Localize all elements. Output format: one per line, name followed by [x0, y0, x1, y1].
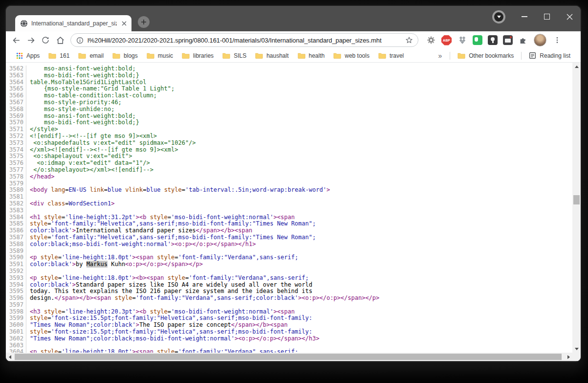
line-number: 3582 [6, 201, 26, 207]
bookmark-folder[interactable]: blogs [108, 50, 142, 61]
maximize-button[interactable] [536, 6, 558, 27]
folder-icon [182, 52, 190, 59]
bookmark-folder[interactable]: SILS [218, 50, 251, 61]
back-button[interactable] [9, 33, 23, 47]
source-line: 3592 [6, 268, 572, 275]
source-line: 3585style='font-family:"Helvetica",sans-… [6, 221, 572, 227]
source-line: 3568 mso-style-unhide:no; [6, 106, 572, 113]
folder-icon [333, 52, 341, 59]
bookmark-folder[interactable]: travel [374, 50, 408, 61]
source-line: 3583 [6, 207, 572, 214]
code-text: <o:idmap v:ext="edit" data="1"/> [26, 160, 150, 167]
code-text: today. This text explains the ISO 216 pa… [26, 288, 312, 295]
scroll-up-arrow[interactable] [572, 63, 581, 70]
puzzle-extensions-icon[interactable] [518, 35, 528, 45]
bookmark-folder[interactable]: music [142, 50, 177, 61]
source-line: 3584<h1 style='line-height:31.2pt'><b st… [6, 214, 572, 221]
evernote-extension-icon[interactable] [473, 35, 482, 45]
other-bookmarks[interactable]: Other bookmarks [453, 50, 518, 61]
browser-tab[interactable]: International_standard_paper_sizes.mht [15, 15, 131, 31]
extensions-row: ABP [426, 34, 562, 46]
minimize-button[interactable] [513, 6, 536, 27]
bookmark-folder[interactable]: health [293, 50, 329, 61]
briefcase-extension-icon[interactable] [503, 35, 513, 45]
reload-button[interactable] [38, 33, 53, 47]
bookmarks-overflow-chevron[interactable]: » [433, 52, 447, 60]
scroll-right-arrow[interactable] [565, 353, 572, 361]
address-bar[interactable]: l%20Hill/2020-2021/2020-2021.spring/0800… [70, 33, 418, 47]
home-button[interactable] [53, 33, 67, 47]
line-number: 3563 [6, 72, 26, 79]
divider [521, 52, 522, 60]
code-text [26, 194, 30, 201]
line-number: 3577 [6, 167, 26, 174]
close-icon [566, 14, 573, 20]
line-number: 3569 [6, 113, 26, 120]
forward-button[interactable] [23, 33, 38, 47]
line-number: 3596 [6, 295, 26, 302]
page-info-icon[interactable] [76, 37, 84, 44]
line-number: 3572 [6, 133, 26, 140]
bookmark-folder[interactable]: web tools [329, 50, 374, 61]
code-text: design.</span></b><span style='font-fami… [26, 295, 379, 302]
source-line: 3577 </o:shapelayout></xml><![endif]--> [6, 167, 572, 174]
reading-list-button[interactable]: Reading list [524, 50, 575, 61]
caret-down-icon [497, 16, 501, 18]
bookmark-apps[interactable]: Apps [12, 50, 44, 61]
vertical-scrollbar[interactable] [572, 63, 581, 353]
source-line: 3593<p style='line-height:18.0pt'><b><sp… [6, 275, 572, 282]
code-text [26, 248, 30, 255]
folder-icon [378, 52, 386, 59]
close-button[interactable] [558, 6, 581, 27]
code-text: <p style='line-height:18.0pt'><span styl… [26, 349, 298, 353]
tab-search-button[interactable] [492, 10, 505, 23]
profile-avatar[interactable] [534, 34, 546, 46]
source-line: 3594color:black'>Standard paper sizes li… [6, 282, 572, 289]
new-tab-button[interactable] [138, 16, 150, 28]
bookmark-label: travel [390, 52, 404, 59]
menu-dots-icon[interactable] [552, 35, 562, 45]
bookmark-label: SILS [234, 52, 246, 59]
scroll-left-arrow[interactable] [6, 353, 14, 361]
code-text: </o:shapelayout></xml><![endif]--> [26, 167, 153, 174]
line-number: 3602 [6, 336, 26, 342]
source-line: 3599style='font-size:15.5pt;font-family:… [6, 315, 572, 322]
source-line: 3591color:black'>by Markus Kuhn<o:p></o:… [6, 261, 572, 268]
other-bookmarks-label: Other bookmarks [469, 52, 514, 59]
bookmark-label: health [309, 52, 325, 59]
lightbulb-extension-icon[interactable] [488, 35, 498, 45]
bookmark-label: email [89, 52, 104, 59]
source-line: 3562 mso-ansi-font-weight:bold; [6, 66, 572, 72]
bookmark-star-icon[interactable] [405, 36, 413, 44]
line-number: 3575 [6, 153, 26, 160]
bookmark-folder[interactable]: 161 [44, 50, 74, 61]
source-line: 3588color:black;mso-bidi-font-weight:nor… [6, 241, 572, 248]
gear-extension-icon[interactable] [426, 35, 436, 45]
source-line: 3579 [6, 180, 572, 187]
line-number: 3595 [6, 288, 26, 295]
adblock-extension-icon[interactable]: ABP [441, 35, 452, 45]
folder-icon [147, 52, 154, 59]
url-text[interactable]: l%20Hill/2020-2021/2020-2021.spring/0800… [87, 37, 401, 44]
desktop-background: International_standard_paper_sizes.mht [0, 0, 588, 383]
horizontal-scrollbar[interactable] [6, 353, 572, 361]
horizontal-scroll-thumb[interactable] [15, 354, 562, 360]
bookmark-folder[interactable]: email [74, 50, 108, 61]
source-line: 3575 <o:shapelayout v:ext="edit"> [6, 153, 572, 160]
code-text: {mso-style-name:"Grid Table 1 Light"; [26, 86, 174, 92]
source-line: 3565 {mso-style-name:"Grid Table 1 Light… [6, 86, 572, 92]
code-text: <h1 style='line-height:31.2pt'><b style=… [26, 214, 295, 221]
line-number: 3591 [6, 261, 26, 268]
tab-close-icon[interactable] [120, 20, 128, 27]
source-line: 3564table.MsoTable15Grid1LightLastCol [6, 79, 572, 86]
line-number: 3571 [6, 126, 26, 133]
diamonds-extension-icon[interactable] [457, 35, 467, 45]
scroll-down-arrow[interactable] [572, 345, 581, 353]
bookmark-folder[interactable]: haushalt [251, 50, 293, 61]
source-line: 3576 <o:idmap v:ext="edit" data="1"/> [6, 160, 572, 167]
bookmark-folder[interactable]: libraries [177, 50, 218, 61]
bookmark-label: Apps [26, 52, 40, 59]
vertical-scroll-thumb[interactable] [573, 195, 580, 204]
line-number: 3600 [6, 322, 26, 329]
bookmark-label: blogs [124, 52, 138, 59]
